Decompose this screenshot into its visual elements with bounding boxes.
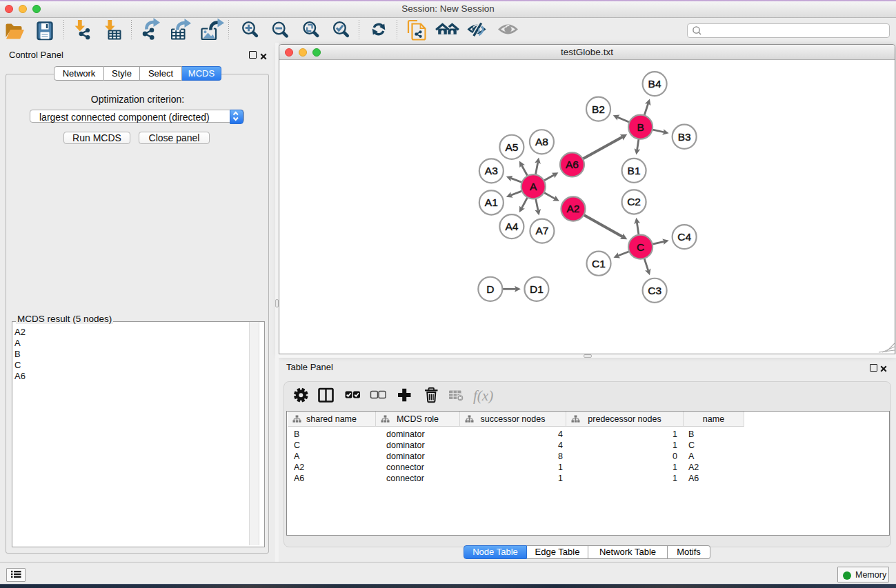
svg-text:A7: A7 xyxy=(535,225,548,236)
svg-text:B1: B1 xyxy=(628,165,641,176)
svg-text:A6: A6 xyxy=(566,159,579,170)
svg-text:B3: B3 xyxy=(678,131,691,143)
svg-text:C: C xyxy=(637,241,644,253)
svg-text:B: B xyxy=(637,121,644,133)
svg-text:f(x): f(x) xyxy=(473,387,493,404)
svg-text:B4: B4 xyxy=(648,78,661,90)
svg-text:D: D xyxy=(486,283,494,295)
svg-text:A8: A8 xyxy=(535,136,548,148)
svg-text:C2: C2 xyxy=(627,196,641,207)
svg-text:A3: A3 xyxy=(485,165,498,176)
svg-text:C4: C4 xyxy=(677,231,691,243)
svg-text:C3: C3 xyxy=(648,285,661,296)
svg-text:A2: A2 xyxy=(566,203,579,214)
svg-text:A4: A4 xyxy=(505,221,518,232)
svg-text:A: A xyxy=(530,181,537,192)
svg-text:D1: D1 xyxy=(530,283,544,295)
svg-text:A5: A5 xyxy=(505,141,518,153)
svg-text:C1: C1 xyxy=(592,258,606,270)
svg-text:A1: A1 xyxy=(485,196,498,208)
svg-text:B2: B2 xyxy=(592,103,605,115)
